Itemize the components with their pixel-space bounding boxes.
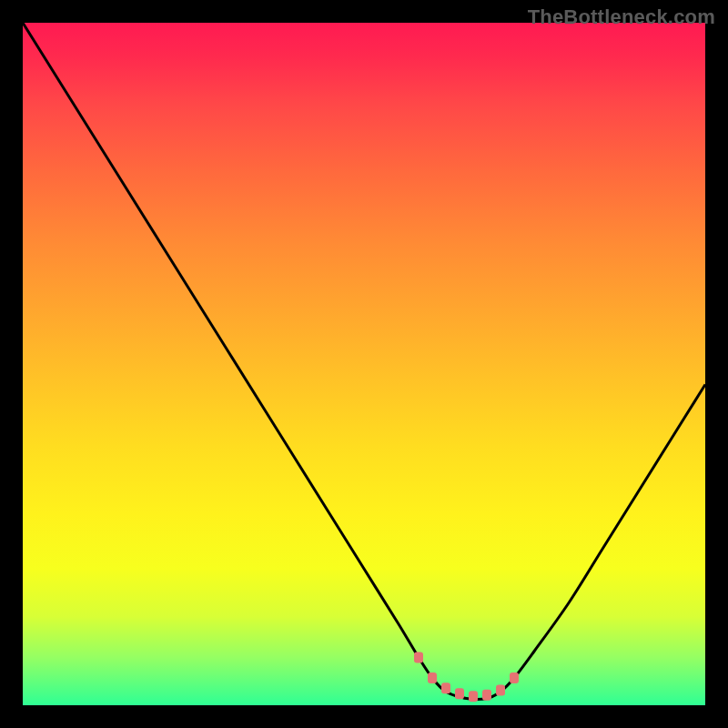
bottleneck-curve xyxy=(23,23,705,705)
optimal-marker xyxy=(428,672,437,683)
watermark-text: TheBottleneck.com xyxy=(528,5,715,29)
optimal-marker xyxy=(414,652,423,663)
optimal-marker xyxy=(469,691,478,702)
optimal-marker xyxy=(455,688,464,699)
curve-line xyxy=(23,23,705,699)
optimal-marker xyxy=(510,672,519,683)
optimal-marker xyxy=(482,690,491,701)
optimal-marker xyxy=(496,685,505,696)
chart-frame: TheBottleneck.com xyxy=(0,0,728,728)
optimal-marker xyxy=(441,682,450,693)
plot-area xyxy=(23,23,705,705)
